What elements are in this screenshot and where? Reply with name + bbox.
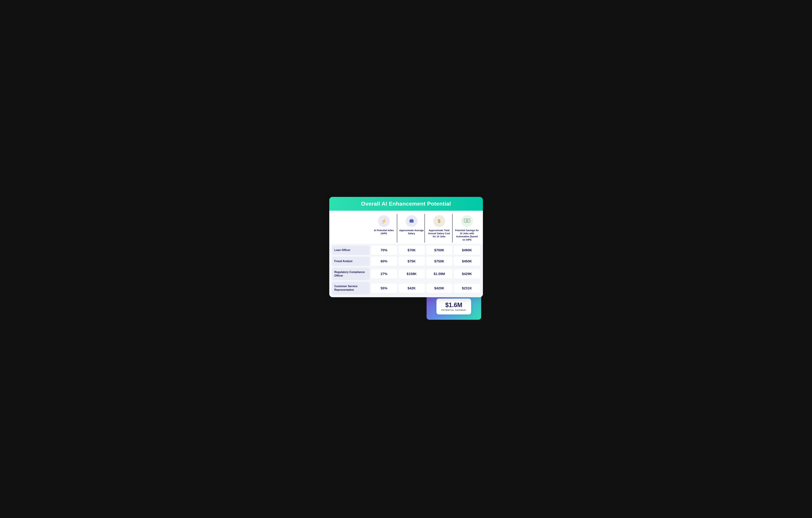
row-cell-rco-savings: $429K	[454, 269, 480, 279]
row-label-csr: Customer Service Representative	[332, 282, 370, 295]
savings-amount: $1.6M	[441, 302, 466, 308]
row-label-fraud-analyst: Fraud Analyst	[332, 257, 370, 266]
row-cell-rco-aipi: 27%	[371, 269, 397, 279]
svg-rect-1	[411, 219, 412, 220]
bottom-savings-area: $1.6M POTENTIAL SAVINGS!	[329, 294, 483, 321]
row-cell-lo-total-salary: $700K	[426, 246, 453, 255]
row-cell-rco-avg-salary: $158K	[399, 269, 425, 279]
row-cell-csr-total-salary: $420K	[426, 283, 453, 293]
outer-wrapper: Overall AI Enhancement Potential ⚡ AI Po…	[329, 197, 483, 321]
col-header-avg-salary: Approximate Average Salary	[399, 214, 425, 243]
row-cell-fa-aipi: 60%	[371, 256, 397, 266]
table-row: Customer Service Representative 55% $42K…	[332, 282, 480, 295]
table-row: Regulatory Compliance Officer 27% $158K …	[332, 268, 480, 280]
col-header-aipi: ⚡ AI Potential Index (AIPI)	[371, 214, 397, 243]
briefcase-icon-circle	[406, 215, 417, 227]
table-row: Loan Officer 70% $70K $700K $490K	[332, 246, 480, 255]
cash-icon: $	[464, 218, 470, 224]
row-cell-csr-avg-salary: $42K	[399, 283, 425, 293]
cash-icon-circle: $	[461, 215, 473, 227]
lightning-icon: ⚡	[381, 218, 387, 224]
col-header-savings: $ Potential Savings for 10 Jobs with Aut…	[454, 214, 480, 243]
col-label-savings: Potential Savings for 10 Jobs with Autom…	[455, 229, 480, 241]
card-header: Overall AI Enhancement Potential	[329, 197, 483, 211]
row-cell-csr-savings: $231K	[454, 283, 480, 293]
columns-header: ⚡ AI Potential Index (AIPI) Approximate …	[329, 211, 483, 244]
table-row: Fraud Analyst 60% $75K $750K $450K	[332, 256, 480, 266]
dollar-icon: $	[438, 218, 441, 224]
row-cell-fa-avg-salary: $75K	[399, 256, 425, 266]
savings-gradient-bg: $1.6M POTENTIAL SAVINGS!	[427, 293, 481, 320]
col-label-avg-salary: Approximate Average Salary	[399, 229, 424, 235]
row-cell-fa-total-salary: $750K	[426, 256, 453, 266]
empty-col	[332, 214, 370, 243]
row-label-compliance-officer: Regulatory Compliance Officer	[332, 268, 370, 280]
row-cell-rco-total-salary: $1.59M	[426, 269, 453, 279]
row-cell-lo-savings: $490K	[454, 246, 480, 255]
row-cell-lo-avg-salary: $70K	[399, 246, 425, 255]
main-card: Overall AI Enhancement Potential ⚡ AI Po…	[329, 197, 483, 297]
col-label-aipi: AI Potential Index (AIPI)	[372, 229, 396, 235]
row-cell-fa-savings: $450K	[454, 256, 480, 266]
row-cell-lo-aipi: 70%	[371, 246, 397, 255]
row-cell-csr-aipi: 55%	[371, 283, 397, 293]
header-title: Overall AI Enhancement Potential	[361, 201, 451, 207]
briefcase-icon	[409, 218, 414, 224]
col-label-total-salary: Approximate Total Annual Salary Cost for…	[427, 229, 452, 238]
svg-text:$: $	[466, 220, 467, 222]
col-header-total-salary: $ Approximate Total Annual Salary Cost f…	[426, 214, 453, 243]
dollar-icon-circle: $	[433, 215, 445, 227]
aipi-icon-circle: ⚡	[378, 215, 390, 227]
table-body: Loan Officer 70% $70K $700K $490K Fraud …	[329, 244, 483, 297]
savings-box: $1.6M POTENTIAL SAVINGS!	[436, 299, 471, 315]
row-label-loan-officer: Loan Officer	[332, 246, 370, 255]
savings-label: POTENTIAL SAVINGS!	[441, 309, 466, 311]
